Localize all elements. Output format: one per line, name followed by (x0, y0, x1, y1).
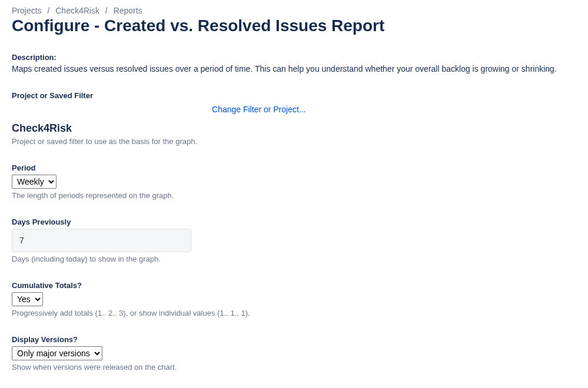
cumulative-select[interactable]: Yes (12, 292, 43, 306)
description-label: Description: (12, 53, 576, 62)
period-help: The length of periods represented on the… (12, 191, 576, 200)
change-filter-link[interactable]: Change Filter or Project... (212, 105, 306, 114)
versions-label: Display Versions? (12, 335, 576, 344)
breadcrumb-separator: / (105, 6, 108, 15)
period-label: Period (12, 163, 576, 172)
period-field: Period Weekly The length of periods repr… (12, 163, 576, 200)
filter-name: Check4Risk (12, 122, 576, 135)
versions-field: Display Versions? Only major versions Sh… (12, 335, 576, 372)
filter-label: Project or Saved Filter (12, 91, 576, 100)
days-previously-input[interactable] (12, 229, 191, 252)
days-previously-label: Days Previously (12, 218, 576, 226)
filter-help: Project or saved filter to use as the ba… (12, 137, 576, 146)
versions-help: Show when versions were released on the … (12, 363, 576, 372)
breadcrumb: Projects / Check4Risk / Reports (12, 6, 576, 15)
breadcrumb-project-name[interactable]: Check4Risk (55, 6, 99, 15)
cumulative-label: Cumulative Totals? (12, 281, 576, 290)
description-text: Maps created issues versus resolved issu… (12, 64, 576, 73)
breadcrumb-separator: / (47, 6, 49, 15)
breadcrumb-reports[interactable]: Reports (114, 6, 142, 15)
page-title: Configure - Created vs. Resolved Issues … (12, 16, 576, 35)
days-previously-field: Days Previously Days (including today) t… (12, 218, 576, 263)
cumulative-field: Cumulative Totals? Yes Progressively add… (12, 281, 576, 317)
cumulative-help: Progressively add totals (1.. 2.. 3), or… (12, 309, 576, 317)
versions-select[interactable]: Only major versions (12, 346, 102, 360)
breadcrumb-projects[interactable]: Projects (12, 6, 42, 15)
period-select[interactable]: Weekly (12, 175, 57, 189)
filter-field: Project or Saved Filter Change Filter or… (12, 91, 576, 146)
days-previously-help: Days (including today) to show in the gr… (12, 255, 576, 263)
